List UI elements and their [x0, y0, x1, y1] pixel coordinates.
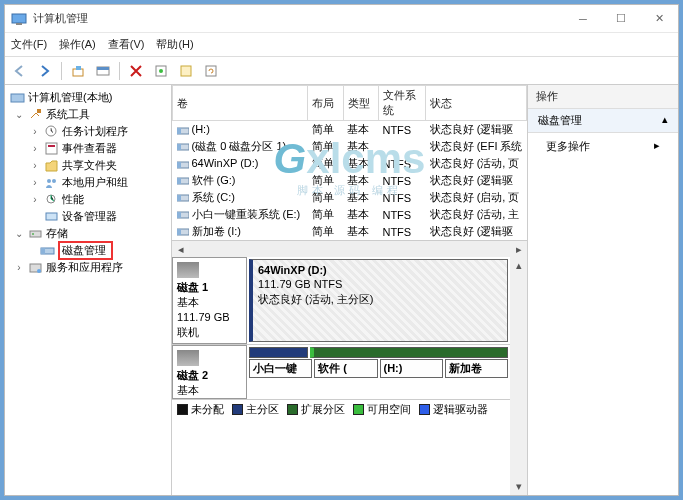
partition[interactable]: 64WinXP (D:) 111.79 GB NTFS 状态良好 (活动, 主分… — [249, 259, 508, 342]
tree-item[interactable]: ›本地用户和组 — [7, 174, 169, 191]
expand-icon[interactable]: › — [29, 160, 41, 171]
svg-rect-9 — [206, 66, 216, 76]
maximize-button[interactable]: ☐ — [602, 5, 640, 33]
actions-more[interactable]: 更多操作▸ — [528, 133, 678, 160]
actions-section[interactable]: 磁盘管理▴ — [528, 109, 678, 133]
col-status[interactable]: 状态 — [426, 86, 527, 121]
tree-item[interactable]: ›任务计划程序 — [7, 123, 169, 140]
expand-icon[interactable]: ⌄ — [13, 109, 25, 120]
hscrollbar[interactable]: ◂ ▸ — [172, 240, 527, 257]
svg-rect-26 — [177, 128, 181, 134]
tree-root[interactable]: 计算机管理(本地) — [7, 89, 169, 106]
legend-item: 扩展分区 — [287, 402, 345, 417]
col-fs[interactable]: 文件系统 — [378, 86, 425, 121]
svg-rect-18 — [46, 213, 57, 220]
partition-bar[interactable] — [249, 347, 308, 358]
properties-icon[interactable] — [150, 60, 172, 82]
vscrollbar[interactable]: ▴ ▾ — [510, 257, 527, 495]
expand-icon[interactable]: › — [29, 177, 41, 188]
partition[interactable]: 新加卷 — [445, 359, 508, 377]
expand-icon[interactable]: › — [29, 143, 41, 154]
legend-item: 可用空间 — [353, 402, 411, 417]
minimize-button[interactable]: ─ — [564, 5, 602, 33]
svg-rect-36 — [177, 212, 181, 218]
window-title: 计算机管理 — [33, 11, 564, 26]
scroll-track[interactable] — [510, 274, 527, 478]
volume-icon — [177, 227, 189, 237]
expand-icon[interactable]: › — [29, 194, 41, 205]
tree-item[interactable]: ›性能 — [7, 191, 169, 208]
disk-row-2[interactable]: 磁盘 2 基本 小白一键 软件 ( (H:) — [172, 345, 510, 399]
console-icon[interactable] — [92, 60, 114, 82]
menu-view[interactable]: 查看(V) — [108, 37, 145, 52]
menu-action[interactable]: 操作(A) — [59, 37, 96, 52]
up-icon[interactable] — [67, 60, 89, 82]
col-layout[interactable]: 布局 — [308, 86, 343, 121]
expand-icon[interactable]: › — [13, 262, 25, 273]
svg-point-24 — [37, 269, 41, 273]
disk-icon — [177, 350, 199, 366]
window: 计算机管理 ─ ☐ ✕ 文件(F) 操作(A) 查看(V) 帮助(H) 计算机管… — [4, 4, 679, 496]
disk-row-1[interactable]: 磁盘 1 基本 111.79 GB 联机 64WinXP (D:) 111.79… — [172, 257, 510, 345]
delete-icon[interactable] — [125, 60, 147, 82]
partition[interactable]: 小白一键 — [249, 359, 312, 377]
scroll-up-icon[interactable]: ▴ — [510, 257, 527, 274]
svg-rect-13 — [46, 143, 57, 154]
menu-file[interactable]: 文件(F) — [11, 37, 47, 52]
back-icon[interactable] — [9, 60, 31, 82]
scroll-track[interactable] — [189, 241, 510, 257]
scroll-right-icon[interactable]: ▸ — [510, 241, 527, 257]
disk1-header: 磁盘 1 基本 111.79 GB 联机 — [172, 257, 247, 344]
tree-services[interactable]: ›服务和应用程序 — [7, 259, 169, 276]
collapse-icon[interactable]: ▴ — [662, 113, 668, 128]
legend-item: 未分配 — [177, 402, 224, 417]
tree-item[interactable]: 设备管理器 — [7, 208, 169, 225]
volume-table[interactable]: 卷 布局 类型 文件系统 状态 (H:)简单基本NTFS状态良好 (逻辑驱(磁盘… — [172, 85, 527, 240]
svg-rect-11 — [37, 109, 41, 113]
table-row[interactable]: 系统 (C:)简单基本NTFS状态良好 (启动, 页 — [173, 189, 527, 206]
expand-icon[interactable]: ⌄ — [13, 228, 25, 239]
tree-disk-mgmt[interactable]: 磁盘管理 — [7, 242, 169, 259]
disk-graph-wrap: 磁盘 1 基本 111.79 GB 联机 64WinXP (D:) 111.79… — [172, 257, 527, 495]
menu-help[interactable]: 帮助(H) — [156, 37, 193, 52]
tree-item[interactable]: ›共享文件夹 — [7, 157, 169, 174]
actions-pane: 操作 磁盘管理▴ 更多操作▸ — [528, 85, 678, 495]
partition[interactable]: 软件 ( — [314, 359, 377, 377]
close-button[interactable]: ✕ — [640, 5, 678, 33]
col-type[interactable]: 类型 — [343, 86, 378, 121]
separator — [61, 62, 62, 80]
svg-rect-34 — [177, 195, 181, 201]
tree-sys-tools[interactable]: ⌄系统工具 — [7, 106, 169, 123]
filter-icon[interactable] — [175, 60, 197, 82]
disk-icon — [177, 262, 199, 278]
table-row[interactable]: 64WinXP (D:)简单基本NTFS状态良好 (活动, 页 — [173, 155, 527, 172]
partition[interactable]: (H:) — [380, 359, 443, 377]
table-row[interactable]: 小白一键重装系统 (E:)简单基本NTFS状态良好 (活动, 主 — [173, 206, 527, 223]
svg-point-20 — [32, 233, 34, 235]
table-row[interactable]: (H:)简单基本NTFS状态良好 (逻辑驱 — [173, 121, 527, 139]
table-row[interactable]: 软件 (G:)简单基本NTFS状态良好 (逻辑驱 — [173, 172, 527, 189]
content-pane: 卷 布局 类型 文件系统 状态 (H:)简单基本NTFS状态良好 (逻辑驱(磁盘… — [172, 85, 528, 495]
svg-rect-32 — [177, 178, 181, 184]
titlebar: 计算机管理 ─ ☐ ✕ — [5, 5, 678, 33]
table-row[interactable]: (磁盘 0 磁盘分区 1)简单基本状态良好 (EFI 系统 — [173, 138, 527, 155]
col-volume[interactable]: 卷 — [173, 86, 308, 121]
main-area: 计算机管理(本地) ⌄系统工具 ›任务计划程序 ›事件查看器 ›共享文件夹 ›本… — [5, 85, 678, 495]
disk-graph: 磁盘 1 基本 111.79 GB 联机 64WinXP (D:) 111.79… — [172, 257, 510, 495]
forward-icon[interactable] — [34, 60, 56, 82]
svg-rect-28 — [177, 144, 181, 150]
refresh-icon[interactable] — [200, 60, 222, 82]
expand-icon[interactable]: › — [29, 126, 41, 137]
legend-item: 主分区 — [232, 402, 279, 417]
volume-icon — [177, 160, 189, 170]
scroll-down-icon[interactable]: ▾ — [510, 478, 527, 495]
tree-item[interactable]: ›事件查看器 — [7, 140, 169, 157]
partition-bar[interactable] — [310, 347, 508, 358]
table-row[interactable]: 新加卷 (I:)简单基本NTFS状态良好 (逻辑驱 — [173, 223, 527, 240]
volume-icon — [177, 193, 189, 203]
svg-point-15 — [47, 179, 51, 183]
scroll-left-icon[interactable]: ◂ — [172, 241, 189, 257]
svg-rect-10 — [11, 94, 24, 102]
tree-storage[interactable]: ⌄存储 — [7, 225, 169, 242]
svg-rect-1 — [16, 23, 22, 25]
